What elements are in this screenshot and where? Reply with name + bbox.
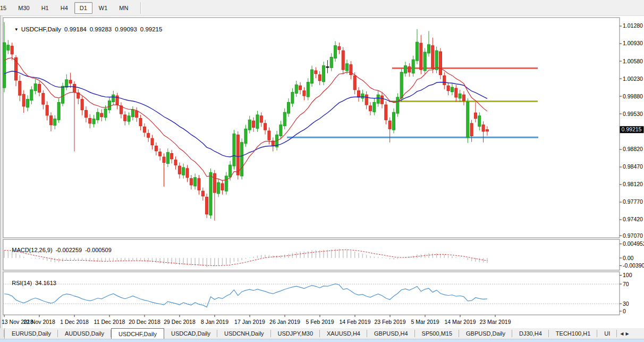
price-axis-label: 1.00230: [623, 76, 643, 82]
rsi-axis-label: 70: [623, 281, 629, 287]
candle-body: [11, 46, 13, 54]
toolbar-separator: [140, 2, 141, 14]
candle-body: [65, 80, 68, 87]
candle-body: [241, 143, 243, 176]
candle-body: [478, 116, 481, 127]
candle-body: [61, 86, 64, 103]
date-axis-label: 11 Dec 2018: [94, 319, 125, 325]
candle-body: [221, 183, 224, 190]
candle-body: [323, 65, 325, 81]
price-axis-label: 0.98820: [623, 146, 643, 152]
chart-tab-dj30-h4[interactable]: DJ30,H4: [512, 328, 549, 339]
rsi-axis-label: 100: [623, 272, 632, 278]
candle-body: [311, 70, 313, 83]
candle-body: [408, 66, 411, 72]
date-axis-label: 5 Feb 2019: [306, 319, 334, 325]
chart-tab-usdcnh-daily[interactable]: USDCNH,Daily: [217, 328, 271, 339]
candle-body: [3, 43, 6, 88]
candle-body: [279, 125, 282, 136]
ohlc-open: 0.99184: [64, 26, 87, 32]
price-axis-label: 0.99880: [623, 93, 643, 99]
chart-tab-gbpusd-h4[interactable]: GBPUSD,H4: [367, 328, 415, 339]
price-chart-canvas[interactable]: 1.012801.009301.005801.002300.998800.995…: [0, 15, 644, 328]
macd-axis-label: 0.004952: [623, 240, 644, 247]
candle-body: [393, 112, 395, 130]
candle-body: [217, 182, 220, 194]
rsi-indicator-label: RSI(14)34.1613: [5, 273, 56, 293]
candle-body: [307, 82, 309, 97]
candle-body: [400, 72, 403, 98]
date-axis-label: 23 Mar 2019: [480, 319, 511, 325]
candle-body: [139, 119, 142, 126]
candle-body: [131, 110, 134, 116]
candle-body: [443, 76, 446, 85]
candle-body: [201, 191, 204, 196]
timeframe-button-h1[interactable]: H1: [36, 2, 54, 14]
candle-body: [474, 113, 477, 118]
macd-axis-label: 0.00: [623, 255, 634, 261]
candle-body: [38, 84, 40, 92]
candle-body: [338, 47, 341, 50]
chart-tab-usdjpy-m30[interactable]: USDJPY,M30: [271, 328, 320, 339]
rsi-value: 34.1613: [35, 280, 56, 286]
candle-body: [260, 116, 262, 122]
candle-body: [334, 46, 337, 59]
timeframe-button-mn[interactable]: MN: [114, 2, 133, 14]
chart-tab-sp500-m15[interactable]: SP500,M15: [415, 328, 459, 339]
candle-body: [171, 154, 173, 159]
candle-body: [198, 179, 200, 190]
candle-body: [299, 86, 302, 90]
tab-scroll-left-icon[interactable]: ◀: [620, 331, 623, 336]
candle-body: [404, 65, 406, 73]
chart-tab-xauusd-h4[interactable]: XAUUSD,H4: [320, 328, 367, 339]
candle-body: [303, 91, 306, 96]
chart-symbol-label: USDCHF,Daily: [21, 26, 61, 32]
macd-name: MACD(12,26,9): [12, 247, 52, 253]
tab-scroll-right-icon[interactable]: ▶: [625, 331, 629, 336]
timeframe-button-w1[interactable]: W1: [94, 2, 113, 14]
chart-tab-usdcad-daily[interactable]: USDCAD,Daily: [164, 328, 217, 339]
candle-body: [236, 135, 239, 175]
candle-body: [420, 43, 422, 70]
timeframe-button-d1[interactable]: D1: [74, 2, 92, 14]
candle-body: [100, 113, 103, 117]
ohlc-high: 0.99283: [90, 26, 112, 32]
candle-body: [248, 120, 251, 130]
candle-body: [291, 92, 294, 103]
candle-body: [81, 99, 83, 110]
chart-tab-usdchf-daily[interactable]: USDCHF,Daily: [111, 328, 164, 339]
candle-body: [459, 94, 461, 98]
candle-body: [256, 115, 259, 128]
rsi-axis-label: 30: [623, 301, 629, 307]
chart-header: ▼USDCHF,Daily0.991840.992830.990930.9921…: [7, 20, 162, 39]
candle-body: [182, 168, 185, 175]
timeframe-button-h4[interactable]: H4: [55, 2, 73, 14]
timeframe-button-m30[interactable]: M30: [13, 2, 35, 14]
candle-body: [361, 94, 364, 98]
candle-body: [225, 176, 227, 191]
candle-body: [147, 134, 150, 138]
chart-area[interactable]: 1.012801.009301.005801.002300.998800.995…: [0, 15, 644, 328]
chart-tab-eurusd-daily[interactable]: EURUSD,Daily: [5, 328, 58, 339]
ohlc-low: 0.99093: [115, 26, 137, 32]
chart-tab-audusd-daily[interactable]: AUDUSD,Daily: [58, 328, 111, 339]
date-axis-label: 26 Jan 2019: [269, 319, 300, 325]
chart-tab-ui[interactable]: UI: [597, 328, 617, 339]
chart-tab-tech100-h1[interactable]: TECH100,H1: [549, 328, 597, 339]
price-axis-label: 0.99530: [623, 111, 643, 117]
timeframe-button-15[interactable]: 15: [0, 2, 12, 14]
date-axis-label: 14 Feb 2019: [340, 319, 371, 325]
candle-body: [54, 119, 56, 125]
candle-body: [470, 123, 473, 136]
candle-body: [46, 105, 48, 115]
chart-tab-gbpusd-daily[interactable]: GBPUSD,Daily: [459, 328, 512, 339]
candle-body: [233, 134, 235, 166]
candle-body: [486, 130, 488, 131]
candle-body: [96, 112, 99, 120]
price-axis-label: 1.01280: [623, 22, 643, 29]
candle-body: [268, 131, 270, 140]
candle-body: [427, 45, 430, 53]
tab-stub: [0, 328, 5, 339]
candle-body: [124, 115, 126, 121]
candle-body: [151, 138, 154, 145]
